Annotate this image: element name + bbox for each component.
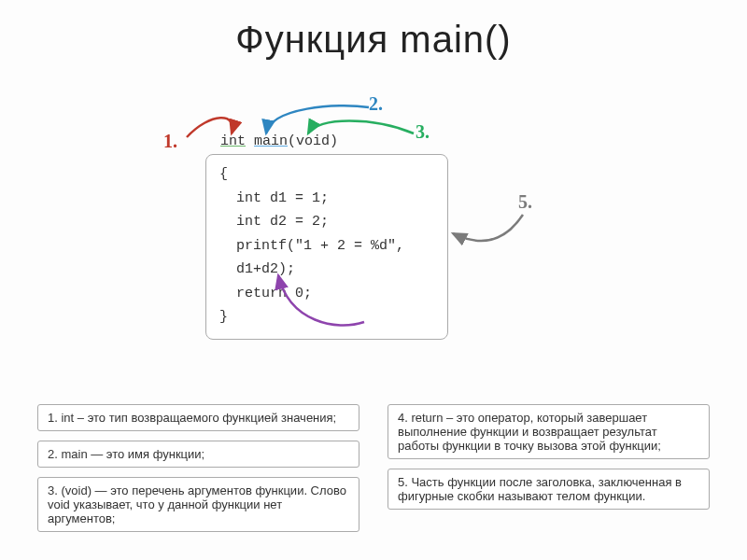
description-1: 1. int – это тип возвращаемого функцией … [37, 404, 359, 431]
code-line-2: int d2 = 2; [219, 210, 434, 234]
code-line-1: int d1 = 1; [219, 187, 434, 211]
descriptions-grid: 1. int – это тип возвращаемого функцией … [37, 404, 710, 532]
code-line-open: { [219, 162, 434, 187]
diagram: 1. 2. 3. 4. 5. int main(void) { int d1 =… [0, 61, 747, 387]
keyword-main: main [254, 133, 288, 149]
annotation-label-1: 1. [163, 131, 177, 152]
description-4: 4. return – это оператор, который заверш… [388, 404, 710, 459]
slide-title: Функция main() [0, 0, 747, 61]
code-line-3: printf("1 + 2 = %d", d1+d2); [219, 234, 434, 282]
code-line-4: return 0; [219, 282, 434, 306]
code-box: { int d1 = 1; int d2 = 2; printf("1 + 2 … [205, 154, 448, 340]
annotation-label-5: 5. [518, 191, 532, 213]
code-signature: int main(void) [220, 133, 338, 149]
annotation-label-2: 2. [369, 93, 383, 115]
description-5: 5. Часть функции после заголовка, заключ… [388, 469, 710, 510]
description-2: 2. main — это имя функции; [37, 441, 359, 468]
annotation-label-3: 3. [416, 121, 430, 143]
description-3: 3. (void) — это перечень аргументов функ… [37, 477, 359, 532]
code-line-close: } [219, 305, 434, 329]
keyword-void: (void) [288, 133, 338, 149]
keyword-int: int [220, 133, 246, 149]
